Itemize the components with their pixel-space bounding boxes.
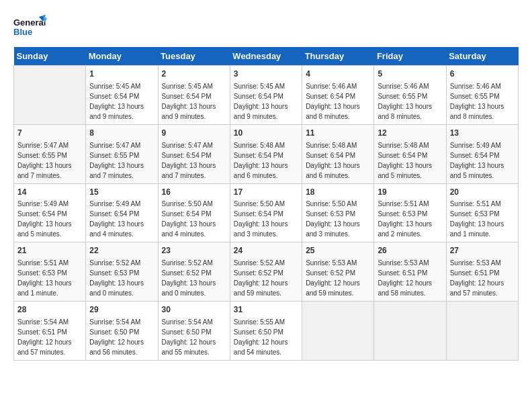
- day-info: Sunrise: 5:51 AM Sunset: 6:53 PM Dayligh…: [17, 259, 72, 297]
- calendar-cell: 11Sunrise: 5:48 AM Sunset: 6:54 PM Dayli…: [302, 124, 374, 183]
- calendar-cell: 5Sunrise: 5:46 AM Sunset: 6:55 PM Daylig…: [374, 66, 446, 125]
- calendar-cell: 25Sunrise: 5:53 AM Sunset: 6:52 PM Dayli…: [302, 242, 374, 302]
- page-header: General Blue: [13, 13, 519, 40]
- day-header-thursday: Thursday: [302, 47, 374, 66]
- day-header-saturday: Saturday: [446, 47, 518, 66]
- calendar-cell: 17Sunrise: 5:50 AM Sunset: 6:54 PM Dayli…: [230, 183, 302, 242]
- day-number: 25: [306, 245, 370, 257]
- calendar-cell: 19Sunrise: 5:51 AM Sunset: 6:53 PM Dayli…: [374, 183, 446, 242]
- day-number: 5: [378, 68, 442, 80]
- calendar-cell: 14Sunrise: 5:49 AM Sunset: 6:54 PM Dayli…: [14, 183, 86, 242]
- day-number: 6: [450, 68, 515, 80]
- calendar-cell: 2Sunrise: 5:45 AM Sunset: 6:54 PM Daylig…: [158, 66, 230, 125]
- calendar-cell: 1Sunrise: 5:45 AM Sunset: 6:54 PM Daylig…: [86, 66, 158, 125]
- day-number: 31: [234, 304, 298, 316]
- calendar-cell: 7Sunrise: 5:47 AM Sunset: 6:55 PM Daylig…: [14, 124, 86, 183]
- day-info: Sunrise: 5:50 AM Sunset: 6:53 PM Dayligh…: [306, 200, 360, 238]
- day-number: 17: [234, 187, 298, 198]
- day-info: Sunrise: 5:53 AM Sunset: 6:52 PM Dayligh…: [306, 259, 360, 297]
- day-info: Sunrise: 5:47 AM Sunset: 6:54 PM Dayligh…: [162, 142, 216, 179]
- day-info: Sunrise: 5:51 AM Sunset: 6:53 PM Dayligh…: [378, 200, 432, 238]
- day-info: Sunrise: 5:48 AM Sunset: 6:54 PM Dayligh…: [306, 142, 360, 179]
- week-row-3: 14Sunrise: 5:49 AM Sunset: 6:54 PM Dayli…: [14, 183, 519, 242]
- calendar-cell: 20Sunrise: 5:51 AM Sunset: 6:53 PM Dayli…: [446, 183, 518, 242]
- day-info: Sunrise: 5:50 AM Sunset: 6:54 PM Dayligh…: [162, 200, 216, 238]
- day-number: 14: [17, 187, 82, 198]
- day-number: 12: [378, 128, 442, 139]
- day-info: Sunrise: 5:51 AM Sunset: 6:53 PM Dayligh…: [450, 200, 504, 238]
- day-number: 18: [306, 187, 370, 198]
- day-info: Sunrise: 5:53 AM Sunset: 6:51 PM Dayligh…: [378, 259, 432, 297]
- calendar-cell: 15Sunrise: 5:49 AM Sunset: 6:54 PM Dayli…: [86, 183, 158, 242]
- logo: General Blue: [13, 13, 47, 40]
- svg-text:Blue: Blue: [13, 27, 32, 37]
- day-number: 26: [378, 245, 442, 257]
- day-info: Sunrise: 5:46 AM Sunset: 6:54 PM Dayligh…: [306, 83, 360, 120]
- calendar-cell: 31Sunrise: 5:55 AM Sunset: 6:50 PM Dayli…: [230, 302, 302, 361]
- calendar-cell: 30Sunrise: 5:54 AM Sunset: 6:50 PM Dayli…: [158, 302, 230, 361]
- day-number: 21: [17, 245, 82, 257]
- week-row-5: 28Sunrise: 5:54 AM Sunset: 6:51 PM Dayli…: [14, 302, 519, 361]
- calendar-cell: 6Sunrise: 5:46 AM Sunset: 6:55 PM Daylig…: [446, 66, 518, 125]
- day-number: 2: [162, 68, 226, 80]
- day-info: Sunrise: 5:45 AM Sunset: 6:54 PM Dayligh…: [162, 83, 216, 120]
- day-header-monday: Monday: [86, 47, 158, 66]
- day-info: Sunrise: 5:47 AM Sunset: 6:55 PM Dayligh…: [89, 142, 144, 179]
- week-row-4: 21Sunrise: 5:51 AM Sunset: 6:53 PM Dayli…: [14, 242, 519, 302]
- day-number: 27: [450, 245, 515, 257]
- day-header-sunday: Sunday: [14, 47, 86, 66]
- header-row: SundayMondayTuesdayWednesdayThursdayFrid…: [14, 47, 519, 66]
- calendar-cell: 24Sunrise: 5:52 AM Sunset: 6:52 PM Dayli…: [230, 242, 302, 302]
- day-info: Sunrise: 5:49 AM Sunset: 6:54 PM Dayligh…: [17, 200, 72, 238]
- calendar-cell: 26Sunrise: 5:53 AM Sunset: 6:51 PM Dayli…: [374, 242, 446, 302]
- day-info: Sunrise: 5:52 AM Sunset: 6:53 PM Dayligh…: [89, 259, 144, 297]
- calendar-cell: 16Sunrise: 5:50 AM Sunset: 6:54 PM Dayli…: [158, 183, 230, 242]
- calendar-cell: 8Sunrise: 5:47 AM Sunset: 6:55 PM Daylig…: [86, 124, 158, 183]
- day-number: 22: [89, 245, 154, 257]
- day-info: Sunrise: 5:49 AM Sunset: 6:54 PM Dayligh…: [89, 200, 144, 238]
- day-info: Sunrise: 5:53 AM Sunset: 6:51 PM Dayligh…: [450, 259, 504, 297]
- day-info: Sunrise: 5:50 AM Sunset: 6:54 PM Dayligh…: [234, 200, 288, 238]
- calendar-cell: 29Sunrise: 5:54 AM Sunset: 6:50 PM Dayli…: [86, 302, 158, 361]
- calendar-cell: 10Sunrise: 5:48 AM Sunset: 6:54 PM Dayli…: [230, 124, 302, 183]
- day-header-tuesday: Tuesday: [158, 47, 230, 66]
- day-info: Sunrise: 5:48 AM Sunset: 6:54 PM Dayligh…: [378, 142, 432, 179]
- calendar-cell: 9Sunrise: 5:47 AM Sunset: 6:54 PM Daylig…: [158, 124, 230, 183]
- day-number: 3: [234, 68, 298, 80]
- day-number: 10: [234, 128, 298, 139]
- day-info: Sunrise: 5:52 AM Sunset: 6:52 PM Dayligh…: [162, 259, 216, 297]
- calendar-cell: 22Sunrise: 5:52 AM Sunset: 6:53 PM Dayli…: [86, 242, 158, 302]
- day-info: Sunrise: 5:45 AM Sunset: 6:54 PM Dayligh…: [89, 83, 144, 120]
- day-number: 8: [89, 128, 154, 139]
- day-header-wednesday: Wednesday: [230, 47, 302, 66]
- day-number: 20: [450, 187, 515, 198]
- day-number: 9: [162, 128, 226, 139]
- calendar-cell: 3Sunrise: 5:45 AM Sunset: 6:54 PM Daylig…: [230, 66, 302, 125]
- day-info: Sunrise: 5:45 AM Sunset: 6:54 PM Dayligh…: [234, 83, 288, 120]
- calendar-cell: 28Sunrise: 5:54 AM Sunset: 6:51 PM Dayli…: [14, 302, 86, 361]
- calendar-cell: [14, 66, 86, 125]
- calendar-cell: 18Sunrise: 5:50 AM Sunset: 6:53 PM Dayli…: [302, 183, 374, 242]
- day-number: 24: [234, 245, 298, 257]
- day-info: Sunrise: 5:49 AM Sunset: 6:54 PM Dayligh…: [450, 142, 504, 179]
- calendar-cell: 4Sunrise: 5:46 AM Sunset: 6:54 PM Daylig…: [302, 66, 374, 125]
- week-row-2: 7Sunrise: 5:47 AM Sunset: 6:55 PM Daylig…: [14, 124, 519, 183]
- day-info: Sunrise: 5:55 AM Sunset: 6:50 PM Dayligh…: [234, 318, 288, 356]
- day-number: 30: [162, 304, 226, 316]
- day-number: 7: [17, 128, 82, 139]
- day-info: Sunrise: 5:54 AM Sunset: 6:50 PM Dayligh…: [162, 318, 216, 356]
- calendar-cell: [374, 302, 446, 361]
- day-header-friday: Friday: [374, 47, 446, 66]
- day-number: 11: [306, 128, 370, 139]
- day-info: Sunrise: 5:46 AM Sunset: 6:55 PM Dayligh…: [378, 83, 432, 120]
- calendar-cell: 27Sunrise: 5:53 AM Sunset: 6:51 PM Dayli…: [446, 242, 518, 302]
- day-number: 4: [306, 68, 370, 80]
- day-number: 1: [89, 68, 154, 80]
- day-number: 28: [17, 304, 82, 316]
- calendar-table: SundayMondayTuesdayWednesdayThursdayFrid…: [13, 47, 519, 361]
- calendar-cell: 21Sunrise: 5:51 AM Sunset: 6:53 PM Dayli…: [14, 242, 86, 302]
- day-info: Sunrise: 5:47 AM Sunset: 6:55 PM Dayligh…: [17, 142, 72, 179]
- calendar-cell: [302, 302, 374, 361]
- day-info: Sunrise: 5:52 AM Sunset: 6:52 PM Dayligh…: [234, 259, 288, 297]
- day-number: 15: [89, 187, 154, 198]
